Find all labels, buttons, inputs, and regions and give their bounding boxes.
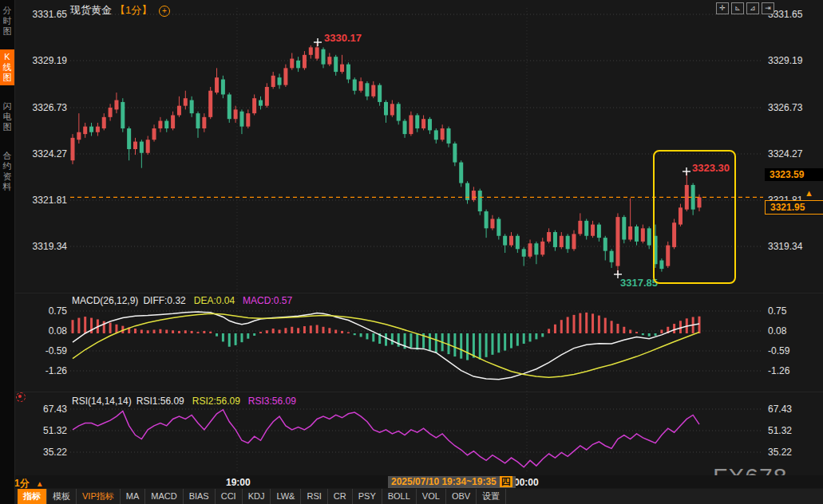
y-axis-label: 3331.65 [16,9,67,20]
toolbar-item-BIAS[interactable]: BIAS [184,489,216,504]
y-axis-label: 3324.27 [768,148,802,159]
y-axis-label: 3321.81 [16,195,67,206]
sidebar-tab-2[interactable]: K线图 [0,49,14,85]
symbol-name: 现货黄金 [70,4,112,16]
sidebar-tab-3[interactable]: 闪电图 [0,99,14,135]
toolbar-item-RSI[interactable]: RSI [301,489,327,504]
toolbar-item-VIP指标[interactable]: VIP指标 [77,489,121,504]
time-range-tooltip: 2025/07/10 19:34~19:35四 [388,476,516,488]
y-axis-label: 35.22 [16,447,67,458]
toolbar-item-模板[interactable]: 模板 [47,489,77,504]
toolbar-item-BOLL[interactable]: BOLL [382,489,417,504]
toolbar-item-PSY[interactable]: PSY [353,489,382,504]
y-axis-label: 3329.19 [768,55,802,66]
indicator-toolbar: 指标模板VIP指标MAMACDBIASCCIKDJLW&RSICRPSYBOLL… [14,489,823,504]
toolbar-item-MA[interactable]: MA [121,489,146,504]
move-crosshair-icon[interactable]: ✛ [716,2,729,14]
price-tag-current: 3321.95 [765,200,823,215]
y-axis-label: 3329.19 [16,55,67,66]
y-axis-label: 35.22 [768,447,792,458]
panel-separator [14,293,823,293]
y-axis-label: -1.26 [768,365,789,376]
y-axis-label: -0.59 [16,345,67,356]
tooltip-weekday: 四 [500,476,512,487]
macd-diff-value: DIFF:0.32 [143,295,185,306]
highlight-annotation-box[interactable] [653,150,736,284]
y-axis-label: 67.43 [768,404,792,415]
y-axis-label: 0.75 [16,305,67,317]
toolbar-item-OBV[interactable]: OBV [446,489,477,504]
sidebar: 分时图K线图闪电图合约资料 [0,0,15,504]
price-up-arrow-icon: ▲ [805,188,813,198]
rsi-params: RSI(14,14,14) [72,396,132,407]
macd-params: MACD(26,12,9) [72,295,138,306]
interval-label: 1分 [14,478,30,489]
rsi1-value: RSI1:56.09 [137,396,184,407]
toolbar-item-CCI[interactable]: CCI [216,489,243,504]
toolbar-item-指标[interactable]: 指标 [18,489,47,504]
y-axis-label: 51.32 [768,425,792,436]
price-tag-high: 3323.59 [765,168,823,181]
time-label-0000: 00:00 [514,477,539,488]
tooltip-date: 2025/07/10 [391,476,439,487]
rsi-header: RSI(14,14,14)RSI1:56.09RSI2:56.09RSI3:56… [72,396,304,407]
price-marker-label: 3317.85 [620,277,658,289]
y-axis-label: 51.32 [16,425,67,436]
toolbar-item-VOL[interactable]: VOL [417,489,446,504]
tooltip-range: 19:34~19:35 [441,476,496,487]
panel-separator [14,392,823,392]
y-axis-label: 0.08 [768,325,786,337]
toolbar-item-MACD[interactable]: MACD [145,489,183,504]
y-axis-label: 3326.73 [768,102,802,113]
record-target-icon [16,392,26,402]
y-axis-label: -1.26 [16,365,67,376]
time-label-1900: 19:00 [226,477,251,488]
macd-header: MACD(26,12,9)DIFF:0.32DEA:0.04MACD:0.57 [72,295,300,306]
sidebar-tab-4[interactable]: 合约资料 [0,148,14,195]
rsi3-value: RSI3:56.09 [248,396,296,407]
macd-dea-value: DEA:0.04 [194,295,235,306]
circle-plus-icon[interactable]: + [159,6,170,17]
toolbar-item-LW&[interactable]: LW& [271,489,301,504]
zoom-horizontal-axis-icon[interactable]: ⊾ [731,2,744,14]
chart-title: 现货黄金【1分】 + [70,3,170,18]
toolbar-item-KDJ[interactable]: KDJ [243,489,271,504]
y-axis-label: 3319.34 [16,241,67,252]
y-axis-label: -0.59 [768,345,789,356]
triangle-up-icon: ▲ [36,479,44,488]
chart-tool-buttons: ✛⊾⊿⇥ [716,2,774,14]
pan-right-icon[interactable]: ⇥ [762,2,774,14]
y-axis-label: 67.43 [16,404,67,415]
toolbar-item-CR[interactable]: CR [328,489,353,504]
toolbar-item-设置[interactable]: 设置 [477,489,506,504]
price-marker-label: 3330.17 [324,32,362,44]
macd-value: MACD:0.57 [243,295,292,306]
y-axis-label: 0.08 [16,325,67,337]
y-axis-label: 3326.73 [16,102,67,113]
y-axis-label: 0.75 [768,305,786,317]
interval-tag: 【1分】 [115,4,152,16]
rsi2-value: RSI2:56.09 [192,396,240,407]
y-axis-label: 3324.27 [16,148,67,159]
sidebar-tab-1[interactable]: 分时图 [0,3,14,39]
trading-app-window: 分时图K线图闪电图合约资料 现货黄金【1分】 + ✛⊾⊿⇥ MACD(26,12… [0,0,823,504]
y-axis-label: 3319.34 [768,241,802,252]
zoom-vertical-axis-icon[interactable]: ⊿ [746,2,759,14]
